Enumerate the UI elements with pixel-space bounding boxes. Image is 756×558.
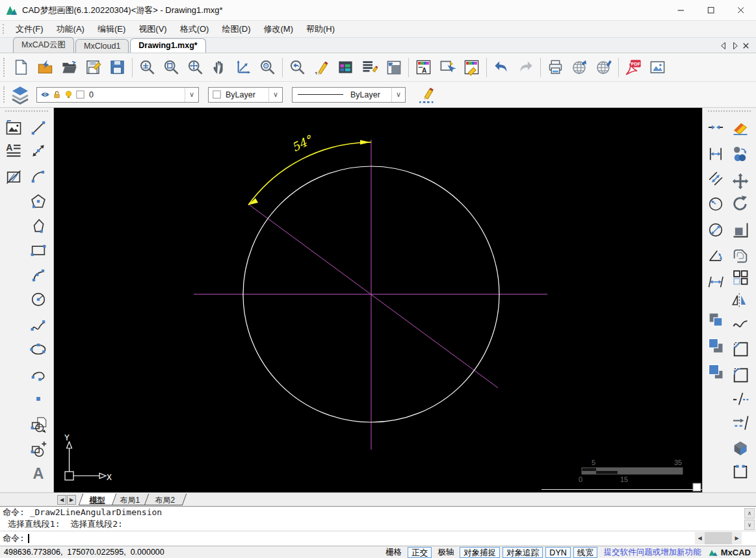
tab-mxcloud1[interactable]: MxCloud1 (75, 39, 129, 53)
quick-select-icon[interactable] (436, 55, 460, 80)
command-scrollbar[interactable]: ∧ ∨ (744, 508, 755, 530)
trim-tool-icon[interactable] (707, 118, 726, 138)
dim-linear-tool-icon[interactable] (707, 145, 726, 164)
box-3d-tool-icon[interactable] (731, 438, 751, 458)
toggle-grid[interactable]: 栅格 (382, 547, 405, 558)
zoom-scale-icon[interactable] (231, 55, 255, 80)
toggle-lineweight[interactable]: 线宽 (573, 547, 597, 558)
scroll-right-icon[interactable]: ▶ (732, 532, 742, 544)
rotate-tool-icon[interactable] (731, 194, 751, 214)
maximize-icon[interactable] (696, 0, 726, 21)
zoom-previous-icon[interactable] (285, 55, 309, 80)
layer-select[interactable]: 0 ∨ (36, 87, 199, 103)
copy-tool-icon[interactable] (707, 311, 726, 330)
chevron-down-icon[interactable]: ∨ (185, 88, 198, 102)
drawing-canvas[interactable]: 54° Y X 5 35 0 15 (54, 108, 702, 492)
menu-item-help[interactable]: 帮助(H) (300, 21, 341, 37)
mtext-tool-icon[interactable]: A (5, 142, 24, 161)
point-tool-icon[interactable] (29, 390, 49, 409)
diagonal-line[interactable] (249, 205, 498, 388)
tab-scroll-left-icon[interactable] (719, 41, 729, 51)
match-properties-icon[interactable] (460, 55, 484, 80)
command-history[interactable]: 命令: _Draw2LineAngularDimension 选择直线段1: 选… (0, 506, 756, 531)
chamfer-tool-icon[interactable] (731, 340, 751, 359)
menu-item-file[interactable]: 文件(F) (9, 21, 50, 37)
insert-block-tool-icon[interactable] (29, 440, 49, 460)
ellipse-tool-icon[interactable] (29, 340, 49, 360)
extend-tool-icon[interactable] (731, 414, 751, 433)
arc-tool-icon[interactable] (29, 168, 49, 187)
minimize-icon[interactable] (666, 0, 696, 21)
toggle-osnap[interactable]: 对象捕捉 (460, 547, 500, 558)
array-tool-icon[interactable] (731, 268, 751, 288)
mirror-tool-icon[interactable] (731, 291, 751, 311)
curve-tool-icon[interactable] (29, 266, 49, 286)
text-tool-icon[interactable]: A (29, 464, 49, 484)
sheet-next-icon[interactable]: ▶ (67, 495, 76, 505)
copy-object-tool-icon[interactable] (707, 336, 726, 356)
scroll-down-icon[interactable]: ∨ (744, 520, 755, 530)
viewport-icon[interactable] (382, 55, 406, 80)
zoom-dynamic-icon[interactable] (183, 55, 207, 80)
table-icon[interactable] (333, 55, 358, 80)
tab-close-icon[interactable] (741, 41, 751, 51)
feedback-link[interactable]: 提交软件问题或增加新功能 (604, 547, 701, 558)
command-hscrollbar[interactable]: ◀ ▶ (695, 532, 742, 544)
dim-aligned-tool-icon[interactable] (707, 170, 726, 189)
dim-continue-tool-icon[interactable] (707, 273, 726, 292)
edit-spline-tool-icon[interactable] (731, 316, 751, 335)
text-style-icon[interactable]: A (411, 55, 436, 80)
text-list-icon[interactable] (358, 55, 382, 80)
insert-image-icon[interactable] (645, 55, 670, 80)
zoom-window-icon[interactable] (159, 55, 183, 80)
menu-item-view[interactable]: 视图(V) (132, 21, 173, 37)
dimension-text[interactable]: 54° (289, 132, 315, 154)
draw-edit-icon[interactable] (309, 55, 333, 80)
tab-model[interactable]: 模型 (79, 494, 117, 505)
angular-dimension-arc[interactable] (248, 142, 371, 205)
menu-item-edit[interactable]: 编辑(E) (91, 21, 132, 37)
zoom-extents-icon[interactable] (135, 55, 159, 80)
tab-layout2[interactable]: 布局2 (144, 494, 186, 505)
scroll-left-icon[interactable]: ◀ (695, 532, 705, 544)
dim-angular-tool-icon[interactable] (707, 246, 726, 266)
hatch-tool-icon[interactable] (5, 168, 24, 187)
menu-item-draw[interactable]: 绘图(D) (215, 21, 257, 37)
menu-item-function[interactable]: 功能(A) (50, 21, 91, 37)
scale-tool-icon[interactable] (731, 221, 751, 240)
save-as-icon[interactable] (105, 55, 129, 80)
layer-manager-icon[interactable] (9, 84, 31, 105)
polygon-tool-icon[interactable] (29, 192, 49, 212)
new-file-icon[interactable] (9, 55, 33, 80)
menu-item-format[interactable]: 格式(O) (174, 21, 216, 37)
irregular-polygon-tool-icon[interactable] (29, 216, 49, 236)
pedit-tool-icon[interactable] (731, 463, 751, 482)
dim-radius-tool-icon[interactable] (707, 194, 726, 214)
corner-grip[interactable] (693, 483, 701, 491)
export-pdf-icon[interactable]: PDF (621, 55, 645, 80)
insert-raster-image-icon[interactable] (5, 119, 24, 138)
break-tool-icon[interactable] (731, 390, 751, 409)
close-icon[interactable] (726, 0, 756, 21)
tab-scroll-right-icon[interactable] (730, 41, 740, 51)
menu-item-modify[interactable]: 修改(M) (257, 21, 300, 37)
move-tool-icon[interactable] (731, 172, 751, 192)
undo-icon[interactable] (489, 55, 514, 80)
rectangle-tool-icon[interactable] (29, 241, 49, 260)
print-icon[interactable] (543, 55, 567, 80)
circle-tool-icon[interactable] (29, 290, 49, 310)
tab-mxcad-cloud[interactable]: MxCAD云图 (13, 37, 74, 53)
toggle-otrack[interactable]: 对象追踪 (502, 547, 543, 558)
tab-drawing1[interactable]: Drawing1.mxg* (130, 38, 205, 53)
linetype-select[interactable]: ByLayer ∨ (292, 87, 406, 103)
zoom-center-icon[interactable] (255, 55, 280, 80)
scroll-up-icon[interactable]: ∧ (744, 508, 755, 518)
open-cloud-icon[interactable] (33, 55, 57, 80)
revision-arc-tool-icon[interactable] (29, 365, 49, 385)
save-icon[interactable] (81, 55, 105, 80)
open-file-icon[interactable] (57, 55, 81, 80)
toggle-polar[interactable]: 极轴 (434, 547, 457, 558)
toggle-ortho[interactable]: 正交 (408, 547, 432, 558)
web-publish-icon[interactable] (567, 55, 592, 80)
offset-tool-icon[interactable] (731, 246, 751, 266)
